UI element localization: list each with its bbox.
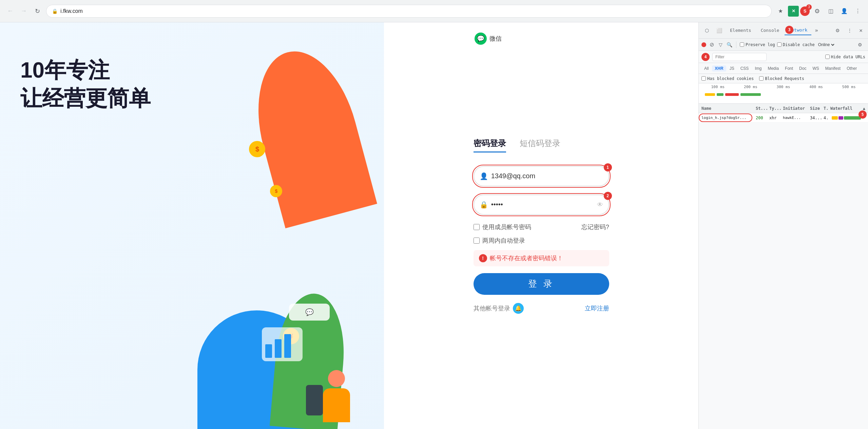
ext-avatar-container: S 3: [800, 6, 810, 16]
tl-label-400: 400 ms: [809, 85, 823, 89]
more-menu-button[interactable]: ⋮: [852, 5, 864, 17]
password-input[interactable]: [474, 195, 609, 215]
devtools-more-button[interactable]: ⋮: [844, 25, 855, 36]
devtools-settings-button[interactable]: ⚙: [832, 25, 843, 36]
filter-input[interactable]: [712, 53, 767, 61]
autologin-checkbox-label[interactable]: 两周内自动登录: [474, 237, 525, 245]
type-btn-xhr[interactable]: XHR: [712, 65, 726, 72]
col-header-time: T.: [824, 106, 830, 111]
wf-bar-3: [844, 116, 861, 120]
login-button[interactable]: 登 录: [474, 273, 609, 295]
type-btn-font[interactable]: Font: [782, 65, 796, 72]
eye-icon[interactable]: 👁: [597, 201, 603, 208]
ext-puzzle-button[interactable]: ⚙: [811, 5, 823, 17]
resize-handle[interactable]: [699, 22, 701, 429]
network-row-0[interactable]: login_h.jsp?dogSr... 200 xhr hawkE... 34…: [699, 113, 868, 123]
login-page: 💬 微信 10年专注 让经营更简单 $ $ ¥: [0, 22, 698, 429]
error-message: ! 帐号不存在或者密码错误！: [474, 250, 609, 266]
type-btn-css[interactable]: CSS: [738, 65, 752, 72]
has-blocked-cookies-checkbox[interactable]: [701, 76, 706, 81]
throttle-select[interactable]: Online: [817, 42, 835, 47]
cast-button[interactable]: ◫: [825, 5, 837, 17]
wf-bar-1: [832, 116, 838, 120]
ext-x-button[interactable]: ✕: [788, 6, 799, 17]
annotation-1: 1: [604, 163, 612, 171]
tab-sms-login[interactable]: 短信码登录: [520, 138, 560, 152]
bottom-links: 其他帐号登录 🔔 立即注册: [474, 303, 609, 314]
devtools-close-button[interactable]: ✕: [856, 26, 865, 35]
devtools-header: ⬡ ⬜ Elements Console Network » ⚙ ⋮ ✕: [699, 22, 868, 39]
remember-label: 使用成员帐号密码: [482, 223, 531, 231]
disable-cache-label[interactable]: Disable cache: [777, 42, 815, 47]
type-btn-ws[interactable]: WS: [810, 65, 822, 72]
forgot-link[interactable]: 忘记密码?: [581, 223, 609, 231]
import-har-button[interactable]: ⚙: [854, 39, 865, 50]
phone-device: [306, 385, 323, 415]
timeline-chart: [701, 90, 865, 101]
autologin-label: 两周内自动登录: [482, 237, 525, 245]
type-btn-doc[interactable]: Doc: [796, 65, 809, 72]
devtools-panel: ⬡ ⬜ Elements Console Network » ⚙ ⋮ ✕ 3 ⊘…: [698, 22, 868, 429]
blocked-requests-checkbox[interactable]: [759, 76, 764, 81]
disable-cache-checkbox[interactable]: [777, 42, 782, 47]
back-button[interactable]: ←: [4, 5, 16, 17]
hide-data-urls-checkbox[interactable]: [825, 55, 830, 59]
autologin-checkbox[interactable]: [474, 238, 480, 244]
remember-checkbox-label[interactable]: 使用成员帐号密码: [474, 223, 531, 231]
lock-icon: 🔒: [52, 8, 58, 14]
type-btn-manifest[interactable]: Manifest: [823, 65, 843, 72]
clear-button[interactable]: ⊘: [708, 41, 715, 48]
tl-bar-yellow: [705, 93, 715, 96]
type-btn-other[interactable]: Other: [844, 65, 860, 72]
tl-label-200: 200 ms: [744, 85, 757, 89]
register-link[interactable]: 立即注册: [585, 304, 609, 312]
chart-bar-2: [275, 339, 282, 358]
preserve-log-checkbox[interactable]: [740, 42, 744, 47]
row-type: xhr: [769, 116, 783, 120]
chat-bubble: 💬: [289, 304, 330, 321]
annotation-5: 5: [859, 110, 867, 119]
user-menu-button[interactable]: 👤: [838, 5, 850, 17]
table-header: Name St... Ty... Initiator Size T. Water…: [699, 104, 868, 113]
address-bar[interactable]: 🔒 i.fkw.com: [46, 5, 772, 18]
tab-more[interactable]: »: [813, 26, 820, 35]
wechat-label: 微信: [489, 35, 502, 43]
remember-checkbox[interactable]: [474, 224, 480, 230]
has-blocked-cookies-label[interactable]: Has blocked cookies: [701, 76, 754, 81]
type-btn-img[interactable]: Img: [752, 65, 764, 72]
ext-badge: 3: [806, 4, 812, 10]
login-tabs: 密码登录 短信码登录: [474, 138, 609, 152]
annotation-2: 2: [604, 192, 612, 200]
row-initiator: hawkE...: [783, 116, 810, 120]
chart-bar-1: [265, 344, 272, 358]
type-btn-all[interactable]: All: [701, 65, 711, 72]
device-toolbar-button[interactable]: ⬜: [714, 25, 725, 36]
search-button[interactable]: 🔍: [726, 41, 733, 48]
person-head: [328, 370, 345, 387]
tab-elements[interactable]: Elements: [726, 26, 755, 35]
filter-button[interactable]: ▽: [717, 41, 724, 48]
type-btn-js[interactable]: JS: [727, 65, 737, 72]
forward-button[interactable]: →: [18, 5, 30, 17]
timeline-bar: 100 ms 200 ms 300 ms 400 ms 500 ms: [699, 83, 868, 104]
url-text: i.fkw.com: [60, 8, 766, 14]
bell-icon[interactable]: 🔔: [513, 303, 524, 314]
divider-1: [736, 41, 736, 48]
tab-console[interactable]: Console: [757, 26, 784, 35]
tab-password-login[interactable]: 密码登录: [474, 138, 506, 152]
shape-orange: [242, 40, 378, 228]
inspect-element-button[interactable]: ⬡: [701, 25, 712, 36]
bookmark-button[interactable]: ★: [774, 5, 787, 17]
network-toolbar: ⊘ ▽ 🔍 Preserve log Disable cache Online …: [699, 39, 868, 51]
record-button[interactable]: [701, 42, 706, 47]
reload-button[interactable]: ↻: [31, 5, 43, 17]
hide-data-urls-label[interactable]: Hide data URLs: [825, 55, 865, 59]
blocked-requests-label[interactable]: Blocked Requests: [759, 76, 804, 81]
username-input[interactable]: [474, 166, 609, 186]
col-header-initiator: Initiator: [783, 106, 810, 111]
other-login: 其他帐号登录 🔔: [474, 303, 524, 314]
type-btn-media[interactable]: Media: [765, 65, 782, 72]
options-row-2: 两周内自动登录: [474, 237, 609, 245]
wf-bar-2: [838, 116, 843, 120]
preserve-log-label[interactable]: Preserve log: [740, 42, 775, 47]
